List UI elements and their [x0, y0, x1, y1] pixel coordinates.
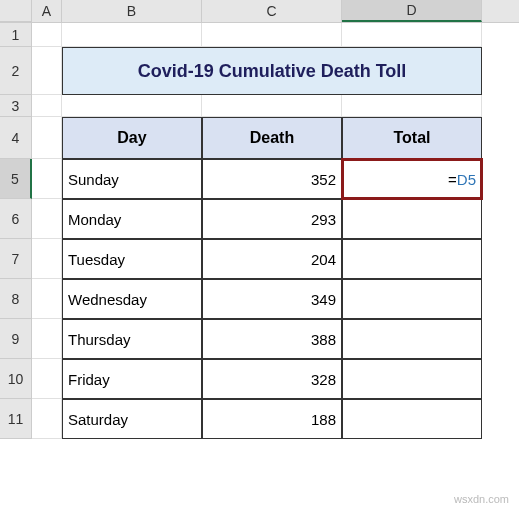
cell-B9[interactable]: Thursday — [62, 319, 202, 359]
cell-A1[interactable] — [32, 23, 62, 47]
cell-C6[interactable]: 293 — [202, 199, 342, 239]
cell-B1[interactable] — [62, 23, 202, 47]
cell-C9[interactable]: 388 — [202, 319, 342, 359]
row-header-2[interactable]: 2 — [0, 47, 32, 95]
col-header-D[interactable]: D — [342, 0, 482, 22]
col-header-A[interactable]: A — [32, 0, 62, 22]
cell-C7[interactable]: 204 — [202, 239, 342, 279]
cell-C10[interactable]: 328 — [202, 359, 342, 399]
cell-B7[interactable]: Tuesday — [62, 239, 202, 279]
formula-equals: = — [448, 171, 457, 188]
spreadsheet-grid[interactable]: A B C D 1 2 Covid-19 Cumulative Death To… — [0, 0, 519, 439]
cell-D5-active[interactable]: =D5 — [342, 159, 482, 199]
cell-A3[interactable] — [32, 95, 62, 117]
row-header-5[interactable]: 5 — [0, 159, 32, 199]
cell-A7[interactable] — [32, 239, 62, 279]
row-header-1[interactable]: 1 — [0, 23, 32, 47]
cell-C11[interactable]: 188 — [202, 399, 342, 439]
cell-A5[interactable] — [32, 159, 62, 199]
cell-D10[interactable] — [342, 359, 482, 399]
cell-D6[interactable] — [342, 199, 482, 239]
formula-reference: D5 — [457, 171, 476, 188]
cell-A4[interactable] — [32, 117, 62, 159]
cell-D1[interactable] — [342, 23, 482, 47]
column-headers: A B C D — [0, 0, 519, 23]
row-header-9[interactable]: 9 — [0, 319, 32, 359]
cell-A9[interactable] — [32, 319, 62, 359]
row-header-3[interactable]: 3 — [0, 95, 32, 117]
row-header-6[interactable]: 6 — [0, 199, 32, 239]
cell-D7[interactable] — [342, 239, 482, 279]
cell-D8[interactable] — [342, 279, 482, 319]
row-header-11[interactable]: 11 — [0, 399, 32, 439]
row-header-8[interactable]: 8 — [0, 279, 32, 319]
row-header-7[interactable]: 7 — [0, 239, 32, 279]
cell-B6[interactable]: Monday — [62, 199, 202, 239]
cell-A2[interactable] — [32, 47, 62, 95]
cell-D11[interactable] — [342, 399, 482, 439]
cell-A6[interactable] — [32, 199, 62, 239]
cell-C5[interactable]: 352 — [202, 159, 342, 199]
header-death[interactable]: Death — [202, 117, 342, 159]
row-header-4[interactable]: 4 — [0, 117, 32, 159]
title-cell[interactable]: Covid-19 Cumulative Death Toll — [62, 47, 482, 95]
cell-A10[interactable] — [32, 359, 62, 399]
cell-A11[interactable] — [32, 399, 62, 439]
cell-B11[interactable]: Saturday — [62, 399, 202, 439]
cell-B10[interactable]: Friday — [62, 359, 202, 399]
cell-B3[interactable] — [62, 95, 202, 117]
cell-C8[interactable]: 349 — [202, 279, 342, 319]
cell-B8[interactable]: Wednesday — [62, 279, 202, 319]
cell-C1[interactable] — [202, 23, 342, 47]
col-header-B[interactable]: B — [62, 0, 202, 22]
select-all-corner[interactable] — [0, 0, 32, 22]
cell-D3[interactable] — [342, 95, 482, 117]
cell-C3[interactable] — [202, 95, 342, 117]
cell-B5[interactable]: Sunday — [62, 159, 202, 199]
watermark: wsxdn.com — [454, 493, 509, 505]
cell-D9[interactable] — [342, 319, 482, 359]
col-header-C[interactable]: C — [202, 0, 342, 22]
header-day[interactable]: Day — [62, 117, 202, 159]
header-total[interactable]: Total — [342, 117, 482, 159]
cell-A8[interactable] — [32, 279, 62, 319]
row-header-10[interactable]: 10 — [0, 359, 32, 399]
